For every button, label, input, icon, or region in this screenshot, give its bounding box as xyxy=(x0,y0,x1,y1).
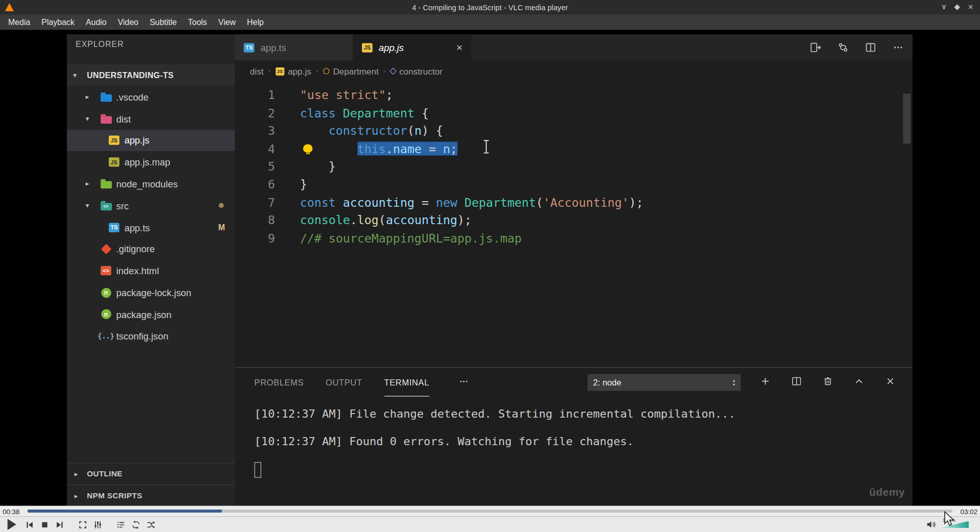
breadcrumb-item-app-js[interactable]: JSapp.js xyxy=(276,66,311,77)
code-line-7[interactable]: 7const accounting = new Department('Acco… xyxy=(235,194,912,211)
code-editor[interactable]: 1"use strict";2class Department {3 const… xyxy=(235,82,912,367)
fullscreen-button[interactable] xyxy=(78,520,87,529)
explorer-item-app-js-map[interactable]: JSapp.js.map xyxy=(67,151,235,173)
menu-tools[interactable]: Tools xyxy=(182,14,212,30)
seek-slider[interactable] xyxy=(28,510,952,513)
folder-src-icon: <> xyxy=(101,203,112,210)
new-terminal-icon[interactable] xyxy=(758,376,772,386)
editor-scrollbar[interactable] xyxy=(903,93,911,143)
previous-button[interactable] xyxy=(25,520,34,529)
explorer-item-app-js[interactable]: JSapp.js xyxy=(67,130,235,152)
close-button[interactable]: × xyxy=(967,0,973,14)
explorer-item-app-ts[interactable]: TSapp.tsM xyxy=(67,216,235,238)
menu-audio[interactable]: Audio xyxy=(80,14,112,30)
random-button[interactable] xyxy=(146,520,156,529)
code-line-5[interactable]: 5 } xyxy=(235,158,912,176)
udemy-watermark: ûdemy xyxy=(869,487,905,499)
menu-help[interactable]: Help xyxy=(241,14,270,30)
git-compare-icon[interactable] xyxy=(838,42,849,53)
json-config-icon: {..} xyxy=(97,332,114,340)
video-area[interactable]: EXPLORER UNDERSTANDING-TS .vscodedistJSa… xyxy=(0,30,980,506)
close-tab-icon[interactable]: × xyxy=(455,42,464,53)
open-changes-icon[interactable] xyxy=(810,42,821,53)
code-line-2[interactable]: 2class Department { xyxy=(235,104,912,122)
breadcrumb-label: constructor xyxy=(399,66,443,77)
menu-subtitle[interactable]: Subtitle xyxy=(144,14,182,30)
speaker-glyph xyxy=(926,520,937,530)
file-label: app.js.map xyxy=(125,157,170,167)
file-label: tsconfig.json xyxy=(116,331,168,342)
sidebar-section-npm-scripts[interactable]: NPM SCRIPTS xyxy=(67,485,235,506)
code-line-1[interactable]: 1"use strict"; xyxy=(235,86,912,104)
code-line-9[interactable]: 9//# sourceMappingURL=app.js.map xyxy=(235,229,912,247)
explorer-item-index-html[interactable]: <>index.html xyxy=(67,260,235,282)
line-number: 8 xyxy=(235,211,275,229)
explorer-item--vscode[interactable]: .vscode xyxy=(67,86,235,108)
panel-more-tabs-icon[interactable] xyxy=(459,376,469,389)
close-panel-glyph xyxy=(885,376,895,386)
stop-button[interactable] xyxy=(40,520,49,529)
open-changes-glyph xyxy=(810,42,821,53)
git-icon xyxy=(101,244,111,255)
close-panel-icon[interactable] xyxy=(883,376,897,386)
terminal-line: [10:12:37 AM] Found 0 errors. Watching f… xyxy=(254,434,633,448)
terminal-select-value: 2: node xyxy=(593,378,621,387)
panel-tab-terminal[interactable]: TERMINAL xyxy=(384,369,429,397)
maximize-button[interactable]: ◆ xyxy=(954,0,960,14)
explorer-item-src[interactable]: <>src xyxy=(67,195,235,217)
loop-button[interactable] xyxy=(131,520,140,529)
line-number: 5 xyxy=(235,158,275,176)
menu-video[interactable]: Video xyxy=(112,14,144,30)
git-modified-badge: M xyxy=(218,223,225,232)
code-line-3[interactable]: 3 constructor(n) { xyxy=(235,122,912,140)
line-number: 9 xyxy=(235,229,275,247)
terminal-select[interactable]: 2: node xyxy=(587,374,741,391)
explorer-item-tsconfig-json[interactable]: {..}tsconfig.json xyxy=(67,325,235,347)
code-line-4[interactable]: 4 this.name = n; xyxy=(235,140,912,158)
breadcrumb-item-dist[interactable]: dist xyxy=(250,66,264,77)
file-label: .vscode xyxy=(116,92,149,103)
tab-app-ts[interactable]: TSapp.ts xyxy=(235,34,353,60)
menu-view[interactable]: View xyxy=(213,14,241,30)
workspace-folder-row[interactable]: UNDERSTANDING-TS xyxy=(67,64,235,86)
file-label: dist xyxy=(116,113,131,124)
menu-playback[interactable]: Playback xyxy=(36,14,80,30)
play-button[interactable] xyxy=(8,519,16,530)
maximize-panel-icon[interactable] xyxy=(852,376,866,386)
file-label: .gitignore xyxy=(116,244,155,255)
window-title: 4 - Compiling to JavaScript - VLC media … xyxy=(0,3,980,12)
panel-tab-output[interactable]: OUTPUT xyxy=(326,369,362,397)
minimize-button[interactable]: ∨ xyxy=(941,0,947,14)
explorer-item-dist[interactable]: dist xyxy=(67,108,235,130)
new-terminal-glyph xyxy=(760,376,770,386)
extended-settings-button[interactable] xyxy=(93,520,102,529)
sidebar-section-outline[interactable]: OUTLINE xyxy=(67,463,235,485)
playlist-button[interactable] xyxy=(116,520,126,529)
tab-app-js[interactable]: JSapp.js× xyxy=(353,34,471,60)
breadcrumb-item-constructor[interactable]: constructor xyxy=(390,66,443,77)
npm-icon: n xyxy=(101,287,111,298)
next-glyph xyxy=(55,520,64,529)
file-label: package.json xyxy=(116,309,172,320)
explorer-item--gitignore[interactable]: .gitignore xyxy=(67,238,235,260)
split-editor-icon[interactable] xyxy=(865,42,876,53)
breadcrumb-item-department[interactable]: Department xyxy=(323,66,379,77)
more-actions-icon[interactable] xyxy=(893,42,904,53)
explorer-item-package-json[interactable]: npackage.json xyxy=(67,303,235,325)
next-button[interactable] xyxy=(55,520,64,529)
volume-icon[interactable] xyxy=(926,520,937,530)
explorer-item-package-lock-json[interactable]: npackage-lock.json xyxy=(67,282,235,304)
stop-glyph xyxy=(40,520,49,529)
quick-fix-lightbulb-icon[interactable] xyxy=(303,144,312,152)
panel-tab-problems[interactable]: PROBLEMS xyxy=(254,369,304,397)
breadcrumb-separator-icon: › xyxy=(315,67,318,76)
window-controls: ∨◆× xyxy=(941,0,974,14)
code-line-6[interactable]: 6} xyxy=(235,176,912,194)
split-terminal-icon[interactable] xyxy=(790,376,803,386)
menu-media[interactable]: Media xyxy=(3,14,36,30)
file-label: app.js xyxy=(125,135,150,146)
explorer-item-node-modules[interactable]: node_modules xyxy=(67,173,235,195)
kill-terminal-icon[interactable] xyxy=(821,376,835,386)
folder-dist-icon xyxy=(101,116,112,124)
code-line-8[interactable]: 8console.log(accounting); xyxy=(235,211,912,229)
